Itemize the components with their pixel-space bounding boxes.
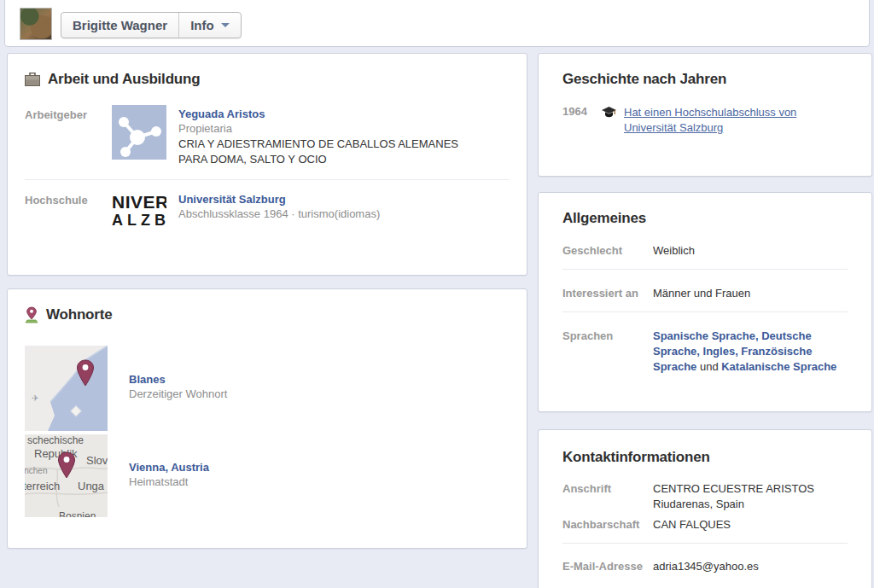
current-city-row: ✈ Blanes Derzeitiger Wohnort xyxy=(25,323,510,431)
profile-avatar[interactable] xyxy=(20,8,52,40)
airport-icon: ✈ xyxy=(32,393,38,403)
divider xyxy=(562,543,848,544)
university-logo-thumbnail[interactable]: NIVERS ALZB xyxy=(112,190,166,233)
gender-label: Geschlecht xyxy=(562,243,653,259)
history-event-row: 1964 Hat einen Hochschulabschluss von Un… xyxy=(562,105,854,136)
hometown-link[interactable]: Vienna, Austria xyxy=(129,461,209,474)
neighborhood-row: Nachbarschaft CAN FALQUES xyxy=(562,517,848,533)
info-tab-button[interactable]: Info xyxy=(178,13,241,38)
interested-in-row: Interessiert an Männer und Frauen xyxy=(562,286,848,301)
map-label: Unga xyxy=(78,480,104,492)
employer-label: Arbeitgeber xyxy=(25,105,112,167)
chevron-down-icon xyxy=(221,23,230,27)
divider xyxy=(562,269,848,270)
languages-row: Sprachen Spanische Sprache, Deutsche Spr… xyxy=(562,329,848,375)
employer-description: CRIA Y ADIESTRAMIENTO DE CABALLOS ALEMAN… xyxy=(178,137,477,167)
profile-name: Brigitte Wagner xyxy=(73,18,167,32)
current-city-type: Derzeitiger Wohnort xyxy=(129,387,227,402)
college-row: Hochschule NIVERS ALZB Universität Salzb… xyxy=(25,190,510,233)
languages-label: Sprachen xyxy=(562,329,653,375)
interested-in-label: Interessiert an xyxy=(562,286,653,301)
address-value: CENTRO ECUESTRE ARISTOS Riudarenas, Spai… xyxy=(653,481,814,512)
map-label: Bosnien xyxy=(59,510,96,517)
college-detail: Abschlussklasse 1964 · turismo(idiomas) xyxy=(178,207,380,222)
hometown-row: schechische Republik Slov inchen terreic… xyxy=(25,431,510,517)
profile-header-bar: Brigitte Wagner Info xyxy=(4,0,870,47)
map-pin-icon xyxy=(25,306,38,323)
divider xyxy=(562,311,848,312)
briefcase-icon xyxy=(25,73,40,86)
hometown-type: Heimatstadt xyxy=(129,474,209,490)
history-event-link[interactable]: Hat einen Hochschulabschluss von Univers… xyxy=(624,105,842,136)
places-card: Wohnorte ✈ Blanes Derzeitiger Wohnort xyxy=(7,288,527,549)
vienna-map-thumbnail[interactable]: schechische Republik Slov inchen terreic… xyxy=(25,434,108,517)
history-section-title: Geschichte nach Jahren xyxy=(562,71,854,88)
basic-info-section-title: Allgemeines xyxy=(562,210,848,227)
email-value: adria1345@yahoo.es xyxy=(653,559,759,574)
work-section-title: Arbeit und Ausbildung xyxy=(48,71,200,88)
profile-nav-button: Brigitte Wagner Info xyxy=(61,12,242,38)
university-logo-text: NIVERS xyxy=(112,192,166,212)
profile-name-button[interactable]: Brigitte Wagner xyxy=(61,13,178,38)
contact-section-title: Kontaktinformationen xyxy=(562,449,848,466)
map-pin-marker xyxy=(55,451,78,480)
page-default-icon xyxy=(112,105,166,160)
graduation-cap-icon xyxy=(602,107,616,118)
address-row: Anschrift CENTRO ECUESTRE ARISTOS Riudar… xyxy=(562,481,848,512)
email-row: E-Mail-Adresse adria1345@yahoo.es xyxy=(562,559,848,574)
coastal-map-graphic xyxy=(25,346,108,431)
employer-page-thumbnail[interactable] xyxy=(112,105,166,160)
gender-row: Geschlecht Weiblich xyxy=(562,243,848,259)
info-tab-label: Info xyxy=(190,18,214,32)
conjunction-text: und xyxy=(696,360,721,373)
basic-info-card: Allgemeines Geschlecht Weiblich Interess… xyxy=(538,192,872,412)
interested-in-value: Männer und Frauen xyxy=(653,286,750,301)
employer-position: Propietaria xyxy=(178,121,477,137)
history-year: 1964 xyxy=(562,105,602,136)
languages-value: Spanische Sprache, Deutsche Sprache, Ing… xyxy=(653,329,848,375)
college-label: Hochschule xyxy=(25,190,112,233)
map-label: terreich xyxy=(25,480,60,492)
map-label: schechische xyxy=(27,434,84,446)
blanes-map-thumbnail[interactable]: ✈ xyxy=(25,346,108,431)
places-section-title: Wohnorte xyxy=(46,306,112,323)
neighborhood-label: Nachbarschaft xyxy=(562,517,653,533)
contact-info-card: Kontaktinformationen Anschrift CENTRO EC… xyxy=(538,429,872,588)
map-label: inchen xyxy=(25,466,47,475)
neighborhood-value: CAN FALQUES xyxy=(653,517,731,533)
current-city-link[interactable]: Blanes xyxy=(129,373,166,386)
language-link[interactable]: Ingles xyxy=(703,345,736,358)
language-link[interactable]: Spanische Sprache xyxy=(653,329,755,342)
college-link[interactable]: Universität Salzburg xyxy=(178,193,286,206)
work-education-card: Arbeit und Ausbildung Arbeitgeber Yeguad… xyxy=(7,53,527,276)
address-label: Anschrift xyxy=(562,481,653,512)
map-pin-marker xyxy=(74,359,96,388)
map-label: Slov xyxy=(86,454,108,467)
employer-row: Arbeitgeber Yeguada Aristos Propietaria … xyxy=(25,105,510,167)
email-label: E-Mail-Adresse xyxy=(562,559,653,574)
language-link[interactable]: Katalanische Sprache xyxy=(721,360,836,373)
divider xyxy=(25,179,510,180)
employer-link[interactable]: Yeguada Aristos xyxy=(178,108,265,120)
history-by-year-card: Geschichte nach Jahren 1964 Hat einen Ho… xyxy=(538,53,872,177)
gender-value: Weiblich xyxy=(653,243,695,259)
